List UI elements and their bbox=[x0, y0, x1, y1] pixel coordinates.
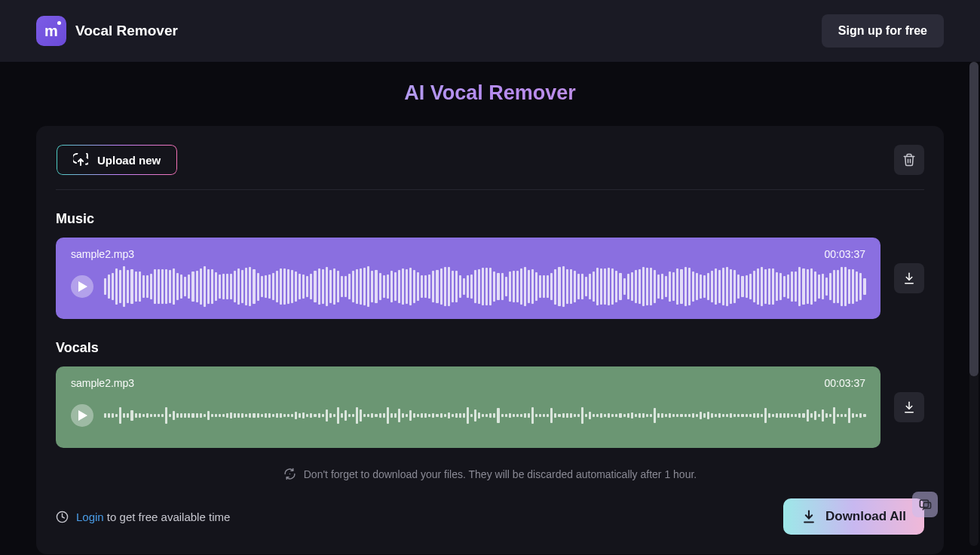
reminder-text: Don't forget to download your files. The… bbox=[304, 468, 697, 480]
login-rest-text: to get free available time bbox=[104, 511, 231, 523]
download-all-button[interactable]: Download All bbox=[783, 498, 924, 535]
page-title: AI Vocal Remover bbox=[0, 62, 980, 126]
card-header: Upload new bbox=[56, 144, 924, 190]
footer-row: Login to get free available time Downloa… bbox=[56, 498, 924, 535]
app-header: m Vocal Remover Sign up for free bbox=[0, 0, 980, 62]
music-track-row: sample2.mp3 00:03:37 bbox=[56, 238, 924, 319]
download-all-label: Download All bbox=[825, 509, 906, 524]
trash-icon bbox=[902, 153, 916, 167]
vocals-section-title: Vocals bbox=[56, 340, 924, 356]
music-filename: sample2.mp3 bbox=[71, 248, 134, 260]
main-card: Upload new Music sample2.mp3 00:03:37 bbox=[36, 126, 944, 554]
play-icon bbox=[78, 410, 87, 421]
upload-new-label: Upload new bbox=[97, 154, 161, 167]
svg-marker-1 bbox=[78, 410, 87, 421]
app-name: Vocal Remover bbox=[75, 23, 178, 39]
signup-button[interactable]: Sign up for free bbox=[822, 14, 944, 48]
upload-icon bbox=[73, 153, 88, 167]
feedback-button[interactable] bbox=[912, 492, 938, 517]
upload-new-button[interactable]: Upload new bbox=[56, 144, 178, 176]
clock-icon bbox=[56, 511, 69, 523]
scrollbar-thumb[interactable] bbox=[969, 62, 978, 376]
vocals-filename: sample2.mp3 bbox=[71, 377, 134, 389]
feedback-icon bbox=[918, 498, 933, 512]
app-logo[interactable]: m bbox=[36, 16, 66, 46]
login-link[interactable]: Login bbox=[76, 511, 104, 523]
reminder-row: Don't forget to download your files. The… bbox=[56, 468, 924, 480]
login-prompt: Login to get free available time bbox=[56, 511, 230, 523]
vocals-duration: 00:03:37 bbox=[825, 377, 866, 389]
page-scrollbar[interactable] bbox=[969, 62, 978, 546]
music-duration: 00:03:37 bbox=[825, 248, 866, 260]
delete-button[interactable] bbox=[894, 145, 924, 175]
vocals-play-button[interactable] bbox=[71, 404, 93, 427]
download-icon bbox=[801, 509, 816, 524]
vocals-track-row: sample2.mp3 00:03:37 bbox=[56, 366, 924, 448]
music-section-title: Music bbox=[56, 211, 924, 227]
svg-point-2 bbox=[289, 474, 290, 474]
vocals-track: sample2.mp3 00:03:37 bbox=[56, 366, 880, 448]
music-download-button[interactable] bbox=[894, 263, 924, 293]
svg-rect-4 bbox=[920, 500, 928, 507]
play-icon bbox=[78, 281, 87, 292]
download-icon bbox=[902, 400, 916, 414]
vocals-waveform[interactable] bbox=[104, 397, 865, 434]
download-icon bbox=[902, 271, 916, 285]
music-play-button[interactable] bbox=[71, 275, 93, 298]
info-refresh-icon bbox=[283, 468, 296, 480]
svg-marker-0 bbox=[78, 281, 87, 292]
music-track: sample2.mp3 00:03:37 bbox=[56, 238, 880, 319]
logo-area: m Vocal Remover bbox=[36, 16, 178, 46]
vocals-download-button[interactable] bbox=[894, 392, 924, 422]
music-waveform[interactable] bbox=[104, 268, 865, 305]
